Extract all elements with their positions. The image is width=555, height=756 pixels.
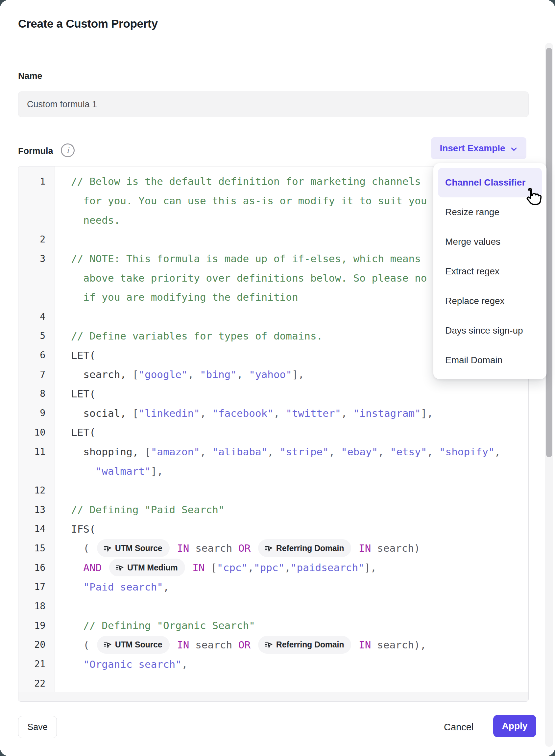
code-token [71, 465, 96, 477]
line-number: 3 [18, 253, 54, 264]
code-token: "facebook" [212, 407, 273, 419]
menu-item-extract-regex[interactable]: Extract regex [438, 256, 542, 286]
name-label: Name [18, 71, 42, 81]
code-row: 22 [18, 674, 528, 693]
menu-item-days-since-sign-up[interactable]: Days since sign-up [438, 316, 542, 346]
code-line[interactable]: social, ["linkedin", "facebook", "twitte… [54, 407, 528, 419]
code-row: 17 "Paid search", [18, 577, 528, 596]
code-row: 13// Defining "Paid Search" [18, 500, 528, 519]
property-chip[interactable]: Referring Domain [258, 539, 351, 557]
code-token: ], [421, 407, 433, 419]
modal-scrollbar-thumb[interactable] [546, 48, 552, 457]
code-row: 10LET( [18, 423, 528, 442]
property-chip-label: UTM Medium [127, 563, 178, 572]
property-chip-label: UTM Source [115, 544, 162, 553]
code-token: // Below is the default definition for m… [71, 175, 421, 187]
property-chip-label: UTM Source [115, 640, 162, 649]
code-token: for you. You can use this as-is or modif… [71, 195, 427, 207]
menu-item-replace-regex[interactable]: Replace regex [438, 286, 542, 316]
code-line[interactable]: AND UTM Medium IN ["cpc","ppc","paidsear… [54, 561, 528, 574]
editor-horizontal-scrollbar[interactable] [18, 692, 528, 702]
property-icon [264, 544, 273, 553]
code-row: 12 [18, 481, 528, 500]
code-token: , [420, 639, 426, 651]
code-token: // NOTE: This formula is made up of if-e… [71, 253, 421, 265]
line-number: 7 [18, 369, 54, 380]
code-token: ( [71, 542, 96, 554]
code-line[interactable]: // Defining "Paid Search" [54, 504, 528, 516]
code-row: 20 ( UTM Source IN search OR Referring D… [18, 635, 528, 655]
line-number: 4 [18, 311, 54, 322]
property-chip[interactable]: UTM Medium [109, 559, 185, 576]
code-line[interactable]: ( UTM Source IN search OR Referring Doma… [54, 542, 528, 554]
code-token: "yahoo" [249, 368, 292, 380]
code-line[interactable]: // Defining "Organic Search" [54, 620, 528, 631]
property-chip-label: Referring Domain [276, 544, 344, 553]
code-row: 8LET( [18, 384, 528, 404]
code-token: "walmart" [96, 465, 151, 477]
code-token: OR [239, 542, 257, 554]
code-token: , [341, 407, 353, 419]
menu-item-channel-classifier[interactable]: Channel Classifier [438, 168, 542, 197]
line-number: 12 [18, 485, 54, 496]
code-token: "google" [138, 368, 187, 380]
property-chip[interactable]: UTM Source [97, 636, 170, 654]
code-row: 11 shopping, ["amazon", "alibaba", "stri… [18, 442, 528, 462]
page-title: Create a Custom Property [18, 17, 158, 30]
code-row: 21 "Organic search", [18, 654, 528, 674]
code-token: "alibaba" [212, 446, 267, 457]
code-token: LET( [71, 388, 96, 400]
code-token: , [181, 658, 188, 670]
code-token: , [495, 446, 501, 457]
line-number: 9 [18, 408, 54, 419]
code-token: // Define variables for types of domains… [71, 330, 323, 342]
code-token: , [285, 562, 291, 573]
line-number: 11 [18, 446, 54, 457]
code-token: search [189, 639, 239, 651]
code-line[interactable]: LET( [54, 388, 528, 400]
code-line[interactable]: "Paid search", [54, 581, 528, 593]
cancel-button[interactable]: Cancel [437, 716, 480, 738]
menu-item-merge-values[interactable]: Merge values [438, 227, 542, 256]
insert-example-label: Insert Example [439, 143, 505, 154]
code-token: search) [371, 542, 420, 554]
code-line[interactable]: "Organic search", [54, 658, 528, 670]
line-number: 20 [18, 639, 54, 650]
apply-button[interactable]: Apply [493, 715, 536, 737]
code-line[interactable]: "walmart"], [54, 465, 528, 477]
property-chip-label: Referring Domain [276, 640, 344, 649]
code-token: if you are modifying the definition [71, 291, 298, 303]
code-token: IN [352, 639, 371, 651]
code-line[interactable]: ( UTM Source IN search OR Referring Doma… [54, 639, 528, 651]
code-token: , [427, 446, 439, 457]
property-icon [264, 640, 273, 649]
code-token: , [163, 581, 169, 593]
code-line[interactable]: LET( [54, 426, 528, 438]
code-token: LET( [71, 426, 96, 438]
code-token: "ebay" [341, 446, 378, 457]
property-icon [103, 640, 112, 649]
code-token: social, [71, 407, 132, 419]
menu-item-email-domain[interactable]: Email Domain [438, 346, 542, 375]
code-row: "walmart"], [18, 461, 528, 481]
create-custom-property-modal: Create a Custom Property Name Formula i … [0, 0, 555, 756]
code-token: "ppc" [254, 562, 285, 573]
code-token: "shopify" [439, 446, 495, 457]
code-token: "twitter" [286, 407, 341, 419]
save-button[interactable]: Save [18, 716, 57, 738]
code-token: ], [151, 465, 163, 477]
code-line[interactable]: IFS( [54, 523, 528, 535]
code-token: search, [71, 368, 132, 380]
code-token: "instagram" [353, 407, 421, 419]
name-input[interactable] [18, 91, 529, 117]
menu-item-resize-range[interactable]: Resize range [438, 197, 542, 227]
code-row: 16 AND UTM Medium IN ["cpc","ppc","paids… [18, 558, 528, 578]
code-line[interactable]: shopping, ["amazon", "alibaba", "stripe"… [54, 446, 528, 457]
property-chip[interactable]: UTM Source [97, 539, 170, 557]
line-number: 13 [18, 504, 54, 515]
property-chip[interactable]: Referring Domain [258, 636, 351, 654]
code-token: [ [132, 407, 139, 419]
code-token: "paidsearch" [291, 562, 364, 573]
insert-example-button[interactable]: Insert Example [431, 137, 526, 159]
property-icon [103, 544, 112, 553]
